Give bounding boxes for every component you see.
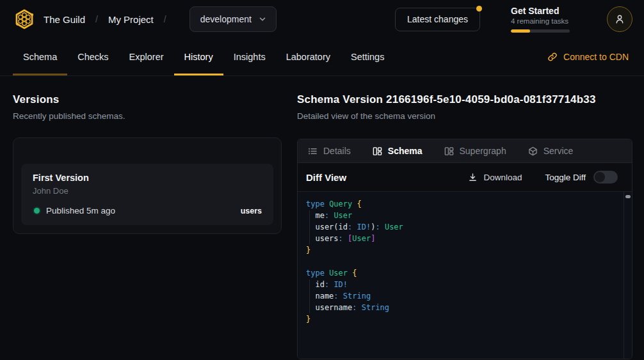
schema-version-panel: Schema Version 2166196f-5e10-4059-bd0a-0… [297,76,644,359]
detail-tab-service[interactable]: Service [528,146,574,156]
nav-tab-label: Checks [77,52,108,62]
detail-tab-label: Schema [388,146,423,156]
breadcrumb-project[interactable]: My Project [108,14,154,25]
breadcrumb-separator: / [164,14,166,24]
nav-tab-settings[interactable]: Settings [341,38,394,75]
code-line: type Query { [306,198,616,210]
download-label: Download [483,173,522,182]
code-line: username: String [306,302,616,313]
notification-dot [476,6,482,12]
app-header: The Guild / My Project / development Lat… [0,0,644,38]
graphql-schema-code: type Query { me: User user(id: ID!): Use… [306,198,616,325]
nav-tab-laboratory[interactable]: Laboratory [276,38,341,75]
versions-panel: Versions Recently published schemas. Fir… [0,76,297,359]
nav-tab-schema[interactable]: Schema [13,38,67,75]
toggle-diff-switch[interactable] [593,171,618,184]
nav-tab-history[interactable]: History [174,38,223,75]
code-line: name: String [306,290,616,302]
get-started-widget[interactable]: Get Started 4 remaining tasks [511,6,570,33]
download-icon [468,173,478,182]
published-status-icon [34,208,40,214]
detail-tab-label: Details [323,146,351,156]
nav-tab-label: Schema [23,52,57,62]
nav-tab-label: Insights [234,52,266,62]
nav-tab-insights[interactable]: Insights [223,38,276,75]
code-line: users: [User] [306,233,616,244]
schema-version-title: Schema Version 2166196f-5e10-4059-bd0a-0… [297,93,632,106]
nav-tab-label: Laboratory [286,52,330,62]
cube-icon [528,146,538,156]
detail-tab-label: Supergraph [460,146,506,156]
panels-icon [444,146,454,156]
version-status-row: Published 5m ago users [33,206,262,215]
version-list-item[interactable]: First Version John Doe Published 5m ago … [21,164,273,225]
main-content: Versions Recently published schemas. Fir… [0,76,644,359]
versions-subtitle: Recently published schemas. [13,111,282,121]
get-started-progress-fill [511,29,530,33]
nav-tab-label: History [184,52,213,62]
tab-underline [174,74,223,75]
schema-version-subtitle: Detailed view of the schema version [297,111,632,121]
connect-to-cdn-link[interactable]: Connect to CDN [547,38,629,75]
code-line: user(id: ID!): User [306,221,616,233]
list-icon [308,146,318,156]
switch-knob [595,172,605,182]
detail-tab-supergraph[interactable]: Supergraph [444,146,506,156]
code-scrollbar-thumb[interactable] [625,195,631,198]
target-selector[interactable]: development [189,6,277,32]
indent-guide [309,210,310,244]
chevron-down-icon [258,15,267,24]
connect-to-cdn-label: Connect to CDN [563,52,629,62]
project-nav: Schema Checks Explorer History Insights … [0,38,644,76]
toggle-diff-label: Toggle Diff [545,173,586,182]
detail-tab-details[interactable]: Details [308,146,351,156]
download-button[interactable]: Download [468,173,522,182]
person-icon [614,13,625,25]
hive-logo-icon[interactable] [13,8,36,31]
breadcrumb-separator: / [95,14,98,24]
version-status-text: Published 5m ago [46,206,115,215]
code-line: type User { [306,267,616,279]
detail-tab-schema[interactable]: Schema [373,146,423,156]
tab-underline [276,74,341,75]
code-line [306,256,616,267]
diff-view-title: Diff View [306,172,346,183]
latest-changes-label: Latest changes [407,14,468,24]
nav-tab-label: Settings [351,52,384,62]
tab-underline [13,74,67,75]
target-selector-value: development [200,14,252,24]
code-scrollbar-track[interactable] [624,192,632,359]
get-started-title: Get Started [511,6,570,16]
code-line: } [306,244,616,256]
nav-tab-checks[interactable]: Checks [67,38,118,75]
code-line: me: User [306,210,616,221]
version-name: First Version [33,173,262,183]
user-avatar[interactable] [607,6,632,32]
link-chain-icon [547,52,558,62]
version-service-badge: users [241,207,262,215]
schema-code-viewer[interactable]: type Query { me: User user(id: ID!): Use… [298,192,632,359]
latest-changes-button[interactable]: Latest changes [395,8,480,31]
tab-underline [341,74,394,75]
panels-icon [373,146,382,156]
code-line: } [306,313,616,325]
detail-tab-label: Service [543,146,574,156]
nav-tab-label: Explorer [129,52,164,62]
diff-view-toolbar: Diff View Download Toggle Diff [298,163,632,192]
detail-tabbar: Details Schema [298,139,632,163]
toggle-diff-group: Toggle Diff [545,171,618,184]
versions-title: Versions [13,93,282,106]
tab-underline [223,74,276,75]
code-line: id: ID! [306,279,616,290]
get-started-subtitle: 4 remaining tasks [511,17,570,25]
schema-version-detail-box: Details Schema [297,139,632,359]
tab-underline [119,74,174,75]
version-list-card: First Version John Doe Published 5m ago … [13,137,282,234]
get-started-progressbar [511,29,570,33]
breadcrumb-org[interactable]: The Guild [44,14,85,25]
indent-guide [309,279,310,313]
version-author: John Doe [33,186,262,196]
tab-underline [67,74,118,75]
nav-tab-explorer[interactable]: Explorer [119,38,174,75]
